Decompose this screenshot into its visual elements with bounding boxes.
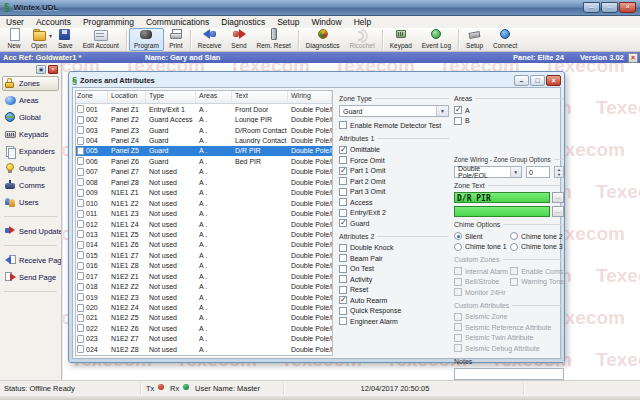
sidebar-item-zones[interactable]: Zones bbox=[2, 76, 59, 91]
zone-text-edit-button[interactable]: … bbox=[552, 192, 564, 203]
checkbox-guard[interactable]: Guard bbox=[339, 218, 449, 229]
checkbox-box[interactable] bbox=[339, 307, 347, 315]
column-header-text[interactable]: Text bbox=[232, 91, 288, 103]
checkbox-part-3-omit[interactable]: Part 3 Omit bbox=[339, 187, 449, 198]
checkbox-auto-rearm[interactable]: Auto Rearm bbox=[339, 295, 449, 306]
zone-row-003[interactable]: 003Panel Z3GuardA .D/Room ContactDouble … bbox=[76, 125, 332, 135]
checkbox-box[interactable] bbox=[339, 265, 347, 273]
checkbox-engineer-alarm[interactable]: Engineer Alarm bbox=[339, 316, 449, 327]
zone-row-006[interactable]: 006Panel Z6GuardA .Bed PIRDouble Pole/EO… bbox=[76, 156, 332, 166]
zones-restore-button[interactable]: □ bbox=[530, 75, 545, 86]
checkbox-box[interactable] bbox=[339, 275, 347, 283]
sidebar-item-keypads[interactable]: Keypads bbox=[2, 127, 59, 142]
checkbox-box[interactable] bbox=[454, 106, 462, 114]
radio-chime-tone-3[interactable]: Chime tone 3 bbox=[510, 242, 564, 253]
toolbar-save[interactable]: Save bbox=[53, 28, 78, 51]
zone-row-007[interactable]: 007Panel Z7Not usedA .Double Pole/EOL bbox=[76, 167, 332, 177]
checkbox-reset[interactable]: Reset bbox=[339, 285, 449, 296]
column-header-zone[interactable]: Zone bbox=[76, 91, 108, 103]
zone-row-020[interactable]: 020N1E2 Z4Not usedA .Double Pole/EOL bbox=[76, 302, 332, 312]
menu-user[interactable]: User bbox=[0, 17, 30, 27]
toolbar-send[interactable]: Send bbox=[226, 28, 251, 51]
checkbox-double-knock[interactable]: Double Knock bbox=[339, 243, 449, 254]
zone-row-019[interactable]: 019N1E2 Z3Not usedA .Double Pole/EOL bbox=[76, 292, 332, 302]
checkbox-box[interactable] bbox=[339, 254, 347, 262]
sidebar-item-receive-page[interactable]: Receive Page bbox=[2, 253, 59, 268]
radio-button[interactable] bbox=[454, 243, 462, 251]
menu-programming[interactable]: Programming bbox=[77, 17, 140, 27]
zones-window-titlebar[interactable]: § Zones and Attributes – □ × bbox=[69, 72, 564, 87]
zone-row-013[interactable]: 013N1E1 Z5Not usedA .Double Pole/EOL bbox=[76, 229, 332, 239]
account-close-icon[interactable]: × bbox=[628, 53, 638, 63]
menu-communications[interactable]: Communications bbox=[140, 17, 215, 27]
sidebar-item-areas[interactable]: Areas bbox=[2, 93, 59, 108]
toolbar-receive[interactable]: Receive bbox=[193, 28, 226, 51]
zone-row-015[interactable]: 015N1E1 Z7Not usedA .Double Pole/EOL bbox=[76, 250, 332, 260]
zone-wiring-dropdown[interactable]: Double Pole/EOL ▼ bbox=[454, 166, 522, 178]
toolbar-keypad[interactable]: Keypad bbox=[385, 28, 417, 51]
checkbox-b[interactable]: B bbox=[454, 116, 564, 127]
zone-row-009[interactable]: 009N1E1 Z1Not usedA .Double Pole/EOL bbox=[76, 188, 332, 198]
checkbox-box[interactable] bbox=[339, 317, 347, 325]
spinner-down-icon[interactable]: ▼ bbox=[555, 172, 563, 177]
toolbar-program[interactable]: Program bbox=[129, 28, 164, 51]
checkbox-box[interactable] bbox=[454, 117, 462, 125]
zone-row-017[interactable]: 017N1E2 Z1Not usedA .Double Pole/EOL bbox=[76, 271, 332, 281]
zone-text-line2[interactable] bbox=[454, 206, 550, 217]
column-header-type[interactable]: Type bbox=[146, 91, 196, 103]
column-header-location[interactable]: Location bbox=[108, 91, 146, 103]
sidebar-item-outputs[interactable]: Outputs bbox=[2, 161, 59, 176]
sidebar-item-users[interactable]: Users bbox=[2, 195, 59, 210]
menu-accounts[interactable]: Accounts bbox=[30, 17, 77, 27]
zone-row-004[interactable]: 004Panel Z4GuardA .Laundry ContactDouble… bbox=[76, 135, 332, 145]
toolbar-print[interactable]: Print bbox=[164, 28, 188, 51]
radio-chime-tone-1[interactable]: Chime tone 1 bbox=[454, 242, 508, 253]
checkbox-box[interactable] bbox=[339, 156, 347, 164]
toolbar-diagnostics[interactable]: Diagnostics bbox=[301, 28, 345, 51]
menu-help[interactable]: Help bbox=[348, 17, 377, 27]
zone-row-005[interactable]: 005Panel Z5GuardA .D/R PIRDouble Pole/EO… bbox=[76, 146, 332, 156]
zones-minimize-button[interactable]: – bbox=[514, 75, 529, 86]
sidebar-item-send-page[interactable]: Send Page bbox=[2, 270, 59, 285]
checkbox-box[interactable] bbox=[339, 167, 347, 175]
checkbox-force-omit[interactable]: Force Omit bbox=[339, 155, 449, 166]
checkbox-box[interactable] bbox=[339, 219, 347, 227]
zone-row-024[interactable]: 024N1E2 Z8Not usedA .Double Pole/EOL bbox=[76, 344, 332, 354]
menu-setup[interactable]: Setup bbox=[271, 17, 305, 27]
maximize-button[interactable] bbox=[601, 2, 618, 13]
column-header-areas[interactable]: Areas bbox=[196, 91, 232, 103]
checkbox-access[interactable]: Access bbox=[339, 197, 449, 208]
toolbar-rem-reset[interactable]: Rem. Reset bbox=[252, 28, 296, 51]
radio-chime-tone-2[interactable]: Chime tone 2 bbox=[510, 231, 564, 242]
sidebar-item-expanders[interactable]: Expanders bbox=[2, 144, 59, 159]
zone-group-spinner[interactable]: ▲▼ bbox=[554, 166, 564, 178]
zone-row-012[interactable]: 012N1E1 Z4Not usedA .Double Pole/EOL bbox=[76, 219, 332, 229]
toolbar-setup[interactable]: Setup bbox=[461, 28, 488, 51]
checkbox-on-test[interactable]: On Test bbox=[339, 264, 449, 275]
checkbox-part-2-omit[interactable]: Part 2 Omit bbox=[339, 176, 449, 187]
zone-row-014[interactable]: 014N1E1 Z6Not usedA .Double Pole/EOL bbox=[76, 240, 332, 250]
checkbox-beam-pair[interactable]: Beam Pair bbox=[339, 253, 449, 264]
checkbox-box[interactable] bbox=[339, 286, 347, 294]
zone-row-023[interactable]: 023N1E2 Z7Not usedA .Double Pole/EOL bbox=[76, 334, 332, 344]
zones-close-button[interactable]: × bbox=[546, 75, 561, 86]
zone-text-edit-button-2[interactable]: … bbox=[552, 206, 564, 217]
checkbox-box[interactable] bbox=[339, 198, 347, 206]
open-dropdown-arrow-icon[interactable]: ▾ bbox=[49, 32, 52, 39]
zone-row-016[interactable]: 016N1E1 Z8Not usedA .Double Pole/EOL bbox=[76, 261, 332, 271]
checkbox-part-1-omit[interactable]: Part 1 Omit bbox=[339, 166, 449, 177]
toolbar-event-log[interactable]: Event Log bbox=[417, 28, 456, 51]
checkbox-a[interactable]: A bbox=[454, 105, 564, 116]
menu-window[interactable]: Window bbox=[305, 17, 347, 27]
toolbar-new[interactable]: New bbox=[2, 28, 26, 51]
zone-text-line1[interactable]: D/R PIR bbox=[454, 192, 550, 203]
checkbox-box[interactable] bbox=[339, 188, 347, 196]
radio-button[interactable] bbox=[510, 243, 518, 251]
sidebar-item-comms[interactable]: Comms bbox=[2, 178, 59, 193]
checkbox-entry-exit-2[interactable]: Entry/Exit 2 bbox=[339, 208, 449, 219]
radio-button[interactable] bbox=[510, 232, 518, 240]
checkbox-box[interactable] bbox=[339, 209, 347, 217]
radio-button[interactable] bbox=[454, 232, 462, 240]
notes-input[interactable] bbox=[454, 368, 564, 380]
zone-type-dropdown[interactable]: Guard ▼ bbox=[339, 105, 449, 117]
